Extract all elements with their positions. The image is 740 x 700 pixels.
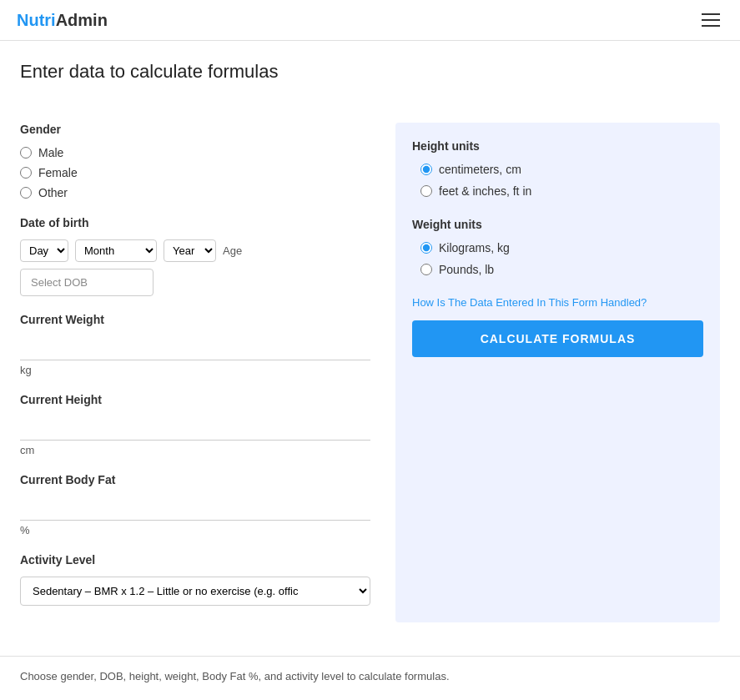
gender-section: Gender Male Female Other bbox=[20, 123, 370, 199]
right-section: Height units centimeters, cm feet & inch… bbox=[395, 123, 720, 622]
weight-kg-option[interactable]: Kilograms, kg bbox=[420, 241, 703, 254]
height-ft-option[interactable]: feet & inches, ft in bbox=[420, 184, 703, 198]
bodyfat-label: Current Body Fat bbox=[20, 473, 370, 486]
weight-label: Current Weight bbox=[20, 313, 370, 326]
calculate-button[interactable]: CALCULATE FORMULAS bbox=[412, 320, 703, 357]
weight-input[interactable] bbox=[20, 336, 370, 360]
bodyfat-section: Current Body Fat % bbox=[20, 473, 370, 536]
footer: Choose gender, DOB, height, weight, Body… bbox=[0, 656, 740, 696]
page-title: Enter data to calculate formulas bbox=[20, 61, 720, 83]
logo-admin: Admin bbox=[56, 11, 108, 29]
dob-selects: Day 12345 678910 1112131415 1617181920 2… bbox=[20, 239, 370, 262]
activity-label: Activity Level bbox=[20, 553, 370, 567]
weight-units-label: Weight units bbox=[412, 218, 703, 231]
height-units-section: Height units centimeters, cm feet & inch… bbox=[412, 139, 703, 198]
logo: NutriAdmin bbox=[17, 11, 108, 30]
weight-units-section: Weight units Kilograms, kg Pounds, lb bbox=[412, 218, 703, 276]
height-cm-radio[interactable] bbox=[420, 164, 432, 175]
gender-male-label: Male bbox=[38, 146, 63, 159]
weight-unit: kg bbox=[20, 364, 370, 376]
header: NutriAdmin bbox=[0, 0, 740, 41]
gender-female[interactable]: Female bbox=[20, 166, 370, 179]
gender-female-radio[interactable] bbox=[20, 167, 32, 179]
height-cm-label: centimeters, cm bbox=[439, 163, 521, 176]
gender-other-radio[interactable] bbox=[20, 187, 32, 199]
dob-age-label: Age bbox=[223, 244, 242, 257]
dob-display: Select DOB bbox=[20, 269, 154, 296]
dob-year-select[interactable]: Year 201020001990 1980197019601950 bbox=[164, 239, 216, 262]
data-handling-link[interactable]: How Is The Data Entered In This Form Han… bbox=[412, 296, 703, 309]
weight-lb-label: Pounds, lb bbox=[439, 263, 494, 276]
height-units-label: Height units bbox=[412, 139, 703, 153]
dob-label: Date of birth bbox=[20, 216, 370, 229]
height-unit: cm bbox=[20, 444, 370, 456]
height-units-radio-group: centimeters, cm feet & inches, ft in bbox=[412, 163, 703, 198]
hamburger-menu[interactable] bbox=[698, 10, 723, 30]
dob-day-select[interactable]: Day 12345 678910 1112131415 1617181920 2… bbox=[20, 239, 68, 262]
weight-lb-radio[interactable] bbox=[420, 264, 432, 275]
bodyfat-input[interactable] bbox=[20, 496, 370, 521]
height-ft-label: feet & inches, ft in bbox=[439, 184, 531, 198]
weight-kg-radio[interactable] bbox=[420, 242, 432, 254]
footer-text: Choose gender, DOB, height, weight, Body… bbox=[20, 670, 450, 682]
gender-label: Gender bbox=[20, 123, 370, 136]
weight-lb-option[interactable]: Pounds, lb bbox=[420, 263, 703, 276]
gender-other-label: Other bbox=[38, 186, 68, 199]
height-input[interactable] bbox=[20, 416, 370, 441]
gender-male[interactable]: Male bbox=[20, 146, 370, 159]
bodyfat-unit: % bbox=[20, 524, 370, 536]
gender-radio-group: Male Female Other bbox=[20, 146, 370, 199]
dob-month-select[interactable]: Month JanuaryFebruaryMarch AprilMayJune … bbox=[75, 239, 157, 262]
height-cm-option[interactable]: centimeters, cm bbox=[420, 163, 703, 176]
gender-other[interactable]: Other bbox=[20, 186, 370, 199]
activity-select[interactable]: Sedentary – BMR x 1.2 – Little or no exe… bbox=[20, 577, 370, 606]
weight-kg-label: Kilograms, kg bbox=[439, 241, 510, 254]
gender-male-radio[interactable] bbox=[20, 147, 32, 159]
activity-section: Activity Level Sedentary – BMR x 1.2 – L… bbox=[20, 553, 370, 606]
dob-section: Date of birth Day 12345 678910 111213141… bbox=[20, 216, 370, 296]
weight-section: Current Weight kg bbox=[20, 313, 370, 376]
gender-female-label: Female bbox=[38, 166, 78, 179]
height-ft-radio[interactable] bbox=[420, 185, 432, 197]
height-label: Current Height bbox=[20, 393, 370, 406]
height-section: Current Height cm bbox=[20, 393, 370, 456]
logo-nutri: Nutri bbox=[17, 11, 56, 29]
left-section: Gender Male Female Other Date of birth bbox=[20, 123, 395, 622]
dob-display-text: Select DOB bbox=[31, 276, 88, 289]
weight-units-radio-group: Kilograms, kg Pounds, lb bbox=[412, 241, 703, 276]
